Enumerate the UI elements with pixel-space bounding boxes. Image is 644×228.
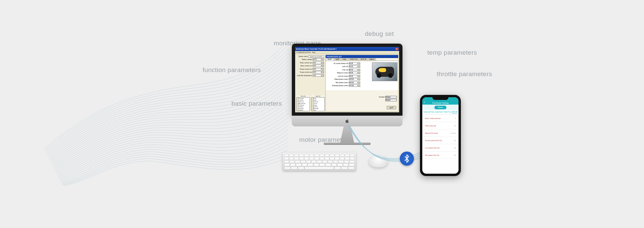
- setting-row-mid-speed-limit[interactable]: Mid speed limit (%)65: [422, 152, 459, 159]
- field-label: Max phase current: [327, 82, 349, 83]
- stepper-icon[interactable]: [358, 69, 360, 71]
- system-status-value: System up to finalize: [309, 55, 324, 58]
- window-menubar: COMMUNICATION Help: [295, 51, 399, 54]
- field-input: 0.00: [313, 71, 321, 73]
- input-list: Input list Foot Brake Reverse Cruise Boo…: [311, 95, 325, 111]
- quit-button[interactable]: QUIT: [387, 106, 396, 109]
- imac-stand: [335, 126, 359, 143]
- field-input[interactable]: 60.00: [349, 62, 358, 65]
- mobile-tab-throttle[interactable]: THROTTLE: [443, 111, 451, 113]
- chevron-down-icon[interactable]: [322, 65, 324, 67]
- label-debug-set: debug set: [365, 30, 394, 38]
- field-label: System status: [296, 56, 309, 57]
- setting-label: Low speed limit (%): [425, 147, 440, 149]
- wave-art: [40, 20, 295, 201]
- mobile-tab-function[interactable]: FUNCTION: [435, 111, 443, 113]
- imac-bezel: SubAxiom Motor Controller V1.0.2 with Bl…: [292, 44, 402, 116]
- chevron-down-icon[interactable]: [322, 71, 324, 73]
- field-input: 0.00: [313, 65, 321, 67]
- setting-label: Normal speed limit (%): [425, 139, 442, 141]
- field-input[interactable]: 80.00: [349, 69, 358, 71]
- field-input[interactable]: 43.00: [349, 65, 358, 68]
- close-icon[interactable]: ×: [395, 48, 398, 50]
- tab-throttle[interactable]: THROTTLE: [348, 58, 359, 61]
- menu-help[interactable]: Help: [312, 51, 315, 53]
- apple-logo-icon: [345, 119, 350, 123]
- field-label: Controller temperature: [296, 75, 313, 76]
- setting-row-low-speed-limit[interactable]: Low speed limit (%)45: [422, 144, 459, 152]
- stepper-icon[interactable]: [358, 65, 360, 68]
- tab-func[interactable]: FUNC: [341, 58, 348, 61]
- setting-label: Speed limit mode: [425, 132, 438, 134]
- battery-voltage-value: 60.00: [313, 58, 321, 61]
- tab-basic[interactable]: BASIC: [326, 58, 334, 61]
- setting-row-polar-poles[interactable]: Polar poles per23: [422, 122, 459, 129]
- iphone-notch: [432, 97, 448, 100]
- mobile-setting-list: Motor rotate direction0 Polar poles per2…: [422, 115, 459, 159]
- field-label: Torque current out: [296, 68, 313, 70]
- tab-debug[interactable]: DEBUG: [368, 58, 376, 61]
- window-title: SubAxiom Motor Controller V1.0.2 with Bl…: [296, 48, 336, 50]
- mouse: [369, 156, 388, 167]
- reset-bar: Reset: [422, 105, 459, 110]
- keyboard: [283, 153, 356, 171]
- setting-value: 65: [454, 154, 456, 156]
- setting-value: 23: [454, 125, 456, 127]
- menu-communication[interactable]: COMMUNICATION: [296, 51, 311, 53]
- setting-row-rotate-direction[interactable]: Motor rotate direction0: [422, 115, 459, 122]
- setting-row-speed-limit-mode[interactable]: Speed limit modeno limit: [422, 129, 459, 137]
- field-input[interactable]: 50.00: [349, 75, 358, 77]
- label-function-parameters: function parameters: [203, 66, 261, 74]
- mobile-tab-setting[interactable]: TURE SETTING: [423, 111, 434, 113]
- field-label: Over volt: [327, 69, 349, 71]
- field-input[interactable]: 100.00: [349, 78, 358, 80]
- field-label: Rated phase current: [327, 78, 349, 80]
- field-label: Torque current set: [296, 71, 313, 73]
- field-battery-voltage: Battery voltage 60.00: [296, 58, 324, 61]
- parameters-header: PARAMETERS SET: [326, 55, 398, 58]
- field-label: Motor current out: [296, 65, 313, 67]
- mobile-header-title: Parameter Setting: [422, 102, 459, 104]
- field-input[interactable]: 400.00: [349, 81, 358, 84]
- iphone-device: ‹ Parameter Setting Reset TURE SETTING F…: [420, 95, 461, 176]
- setting-label: Polar poles per: [425, 125, 436, 127]
- mobile-tab-motor[interactable]: MOTOR: [452, 111, 458, 113]
- function-select: FunctionDefault Default: [373, 95, 397, 101]
- error-list: Error list OverVolt LowVolt OverCurr Mot…: [297, 95, 310, 111]
- imac-chin: [292, 116, 402, 126]
- field-input: 0.00: [313, 68, 321, 70]
- stepper-icon[interactable]: [358, 81, 360, 84]
- field-label: Protected phase current: [327, 85, 349, 87]
- mobile-tabs: TURE SETTING FUNCTION THROTTLE MOTOR: [422, 110, 459, 115]
- stepper-icon[interactable]: [358, 75, 360, 77]
- field-system-status: System status System up to finalize: [296, 55, 324, 58]
- field-label: Lock volt: [327, 66, 349, 67]
- stepper-icon[interactable]: [358, 78, 360, 80]
- monitoring-panel: System status System up to finalize Batt…: [295, 54, 325, 112]
- tab-temp[interactable]: TEMP: [334, 58, 341, 61]
- stepper-icon[interactable]: [358, 62, 360, 65]
- field-input[interactable]: 470.00: [349, 84, 358, 87]
- setting-label: Motor rotate direction: [425, 117, 441, 119]
- chevron-down-icon[interactable]: [322, 58, 324, 61]
- desktop-screen: SubAxiom Motor Controller V1.0.2 with Bl…: [295, 47, 399, 112]
- stepper-icon[interactable]: [358, 72, 360, 74]
- label-temp-parameters: temp parameters: [427, 49, 477, 56]
- chevron-down-icon[interactable]: [322, 74, 324, 77]
- reset-button[interactable]: Reset: [434, 106, 446, 109]
- function-dropdown-2[interactable]: Default: [385, 99, 397, 101]
- stepper-icon[interactable]: [358, 84, 360, 87]
- parameters-tabs: BASIC TEMP FUNC THROTTLE MOTOR DEBUG: [326, 58, 398, 61]
- parameters-panel: PARAMETERS SET BASIC TEMP FUNC THROTTLE …: [325, 55, 398, 112]
- imac-device: SubAxiom Motor Controller V1.0.2 with Bl…: [292, 44, 402, 145]
- setting-value: 0: [455, 117, 456, 119]
- setting-row-normal-speed-limit[interactable]: Normal speed limit (%)65: [422, 137, 459, 144]
- field-input[interactable]: 50.00: [349, 72, 358, 74]
- chevron-down-icon[interactable]: [322, 62, 324, 64]
- tab-motor[interactable]: MOTOR: [359, 58, 368, 61]
- vehicle-image: [372, 62, 397, 81]
- function-dropdown[interactable]: Default: [385, 96, 397, 98]
- setting-value: 65: [454, 139, 456, 141]
- label-throttle-parameters: throttle parameters: [437, 70, 492, 78]
- chevron-down-icon[interactable]: [322, 68, 324, 70]
